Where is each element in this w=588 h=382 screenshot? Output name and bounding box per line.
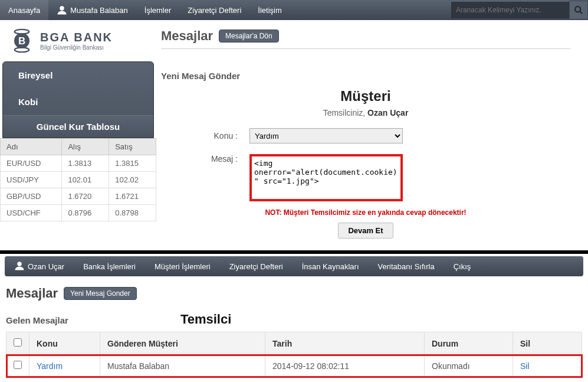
search-input[interactable] [451, 2, 569, 18]
search-button[interactable] [569, 1, 588, 19]
nav2-dbreset[interactable]: Veritabanı Sıfırla [369, 256, 444, 276]
rep-prefix: Temsilciniz, [323, 108, 366, 117]
rep-name: Ozan Uçar [367, 108, 408, 117]
nav2-guestbook[interactable]: Ziyaretçi Defteri [220, 256, 293, 276]
col-check [6, 332, 29, 355]
rate-header: Satış [109, 139, 156, 155]
mesaj-label: Mesaj : [161, 154, 249, 164]
submit-button[interactable]: Devam Et [338, 223, 393, 239]
sidebar-item-kobi[interactable]: Kobi [3, 89, 153, 115]
row-check [6, 355, 29, 377]
row-checkbox[interactable] [14, 361, 22, 369]
nav-home[interactable]: Anasayfa [0, 0, 48, 20]
rate-buy: 0.8796 [62, 205, 109, 221]
svg-line-2 [580, 11, 582, 14]
col-tarih: Tarih [265, 332, 425, 355]
admin-nav: Ozan Uçar Banka İşlemleri Müşteri İşleml… [5, 256, 583, 276]
top-nav: Anasayfa Mustafa Balaban İşlemler Ziyare… [0, 0, 588, 20]
rate-name: USD/CHF [1, 205, 62, 221]
rate-row: USD/JPY102.01102.02 [1, 172, 156, 188]
form-title: Yeni Mesaj Gönder [161, 67, 570, 84]
logo-title: BGA BANK [40, 31, 113, 44]
nav-label: Mustafa Balaban [70, 6, 128, 15]
nav-label: Ozan Uçar [28, 262, 64, 271]
nav-contact[interactable]: İletişim [249, 0, 290, 20]
temsilci-label: Temsilci [180, 312, 231, 327]
konu-select[interactable]: Yardım [249, 128, 403, 143]
svg-point-0 [60, 6, 64, 11]
logo-icon: B [8, 27, 35, 54]
nav-islemler[interactable]: İşlemler [136, 0, 180, 20]
row-tarih: 2014-09-12 08:02:11 [265, 355, 425, 377]
svg-text:B: B [18, 35, 25, 47]
rate-row: GBP/USD1.67201.6721 [1, 188, 156, 205]
col-konu: Konu [29, 332, 100, 355]
search-icon [574, 5, 583, 15]
svg-point-7 [17, 262, 22, 266]
rate-table: Adı Alış Satış EUR/USD1.38131.3815 USD/J… [0, 138, 156, 221]
nav2-banka[interactable]: Banka İşlemleri [74, 256, 145, 276]
user-icon [14, 260, 25, 273]
nav2-hr[interactable]: İnsan Kaynakları [293, 256, 369, 276]
nav-label: Banka İşlemleri [83, 262, 136, 271]
row-gonderen: Mustafa Balaban [100, 355, 265, 377]
konu-label: Konu : [161, 131, 249, 141]
rate-header: Alış [62, 139, 109, 155]
nav-label: Ziyaretçi Defteri [229, 262, 283, 271]
inbox-title: Mesajlar [6, 286, 58, 301]
col-gonderen: Gönderen Müşteri [100, 332, 265, 355]
rate-name: USD/JPY [1, 172, 62, 188]
rate-row: USD/CHF0.87960.8798 [1, 205, 156, 221]
rate-buy: 102.01 [62, 172, 109, 188]
svg-point-1 [575, 6, 580, 12]
nav2-user[interactable]: Ozan Uçar [5, 256, 74, 276]
new-message-form: Yeni Mesaj Gönder Müşteri Temsilciniz, O… [156, 61, 588, 250]
inbox-subtitle: Gelen Mesajlar [6, 315, 68, 325]
rep-line: Temsilciniz, Ozan Uçar [161, 108, 570, 117]
nav-label: Çıkış [454, 262, 471, 271]
message-row: Yardım Mustafa Balaban 2014-09-12 08:02:… [6, 355, 582, 377]
musteri-label: Müşteri [161, 88, 570, 105]
nav2-musteri[interactable]: Müşteri İşlemleri [145, 256, 220, 276]
rate-sell: 0.8798 [109, 205, 156, 221]
page-title: Mesajlar [161, 28, 213, 44]
rate-name: GBP/USD [1, 188, 62, 205]
nav-guestbook[interactable]: Ziyaretçi Defteri [179, 0, 249, 20]
nav-user[interactable]: Mustafa Balaban [48, 0, 136, 20]
back-button[interactable]: Mesajlar'a Dön [219, 30, 279, 43]
nav2-logout[interactable]: Çıkış [444, 256, 481, 276]
rate-heading: Güncel Kur Tablosu [3, 115, 153, 138]
user-icon [57, 5, 67, 15]
rate-name: EUR/USD [1, 155, 62, 172]
nav-label: Ziyaretçi Defteri [188, 6, 241, 15]
rate-sell: 1.6721 [109, 188, 156, 205]
rate-buy: 1.6720 [62, 188, 109, 205]
row-konu: Yardım [29, 355, 100, 377]
col-durum: Durum [425, 332, 513, 355]
new-message-button[interactable]: Yeni Mesaj Gonder [64, 287, 137, 300]
row-durum: Okunmadı [425, 355, 513, 377]
sidebar-item-bireysel[interactable]: Bireysel [3, 62, 153, 89]
nav-label: İnsan Kaynakları [302, 262, 359, 271]
nav-label: Anasayfa [8, 6, 40, 15]
rate-buy: 1.3813 [62, 155, 109, 172]
page-header: Mesajlar Mesajlar'a Dön [161, 28, 570, 49]
mesaj-textarea[interactable] [249, 154, 403, 201]
nav-label: Veritabanı Sıfırla [378, 262, 435, 271]
select-all-checkbox[interactable] [14, 338, 22, 347]
nav-label: Müşteri İşlemleri [155, 262, 211, 271]
rate-sell: 1.3815 [109, 155, 156, 172]
message-table: Konu Gönderen Müşteri Tarih Durum Sil Ya… [6, 332, 582, 377]
note-line: NOT: Müşteri Temsilcimiz size en yakında… [161, 208, 570, 217]
note-text: Müşteri Temsilcimiz size en yakında ceva… [281, 208, 466, 217]
nav-label: İşlemler [144, 6, 172, 15]
row-sil: Sil [513, 355, 582, 377]
logo[interactable]: B BGA BANK Bilgi Güvenliğin Bankası [0, 20, 156, 61]
konu-link[interactable]: Yardım [37, 361, 63, 371]
col-sil: Sil [513, 332, 582, 355]
logo-subtitle: Bilgi Güvenliğin Bankası [40, 44, 113, 51]
inbox-section: Mesajlar Yeni Mesaj Gonder Gelen Mesajla… [0, 279, 588, 382]
sidebar: Bireysel Kobi Güncel Kur Tablosu Adı Alı… [0, 61, 156, 250]
sil-link[interactable]: Sil [520, 361, 530, 371]
note-prefix: NOT: [265, 208, 281, 217]
